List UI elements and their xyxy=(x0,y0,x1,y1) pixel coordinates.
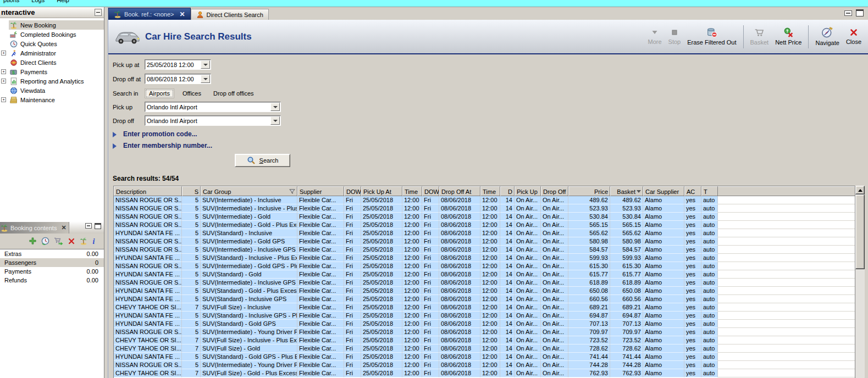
tab-book-ref-none[interactable]: Book. ref.: <none>✕ xyxy=(108,8,191,20)
minimize-button[interactable] xyxy=(844,10,852,16)
column-header-price[interactable]: Price xyxy=(568,186,610,196)
expand-toggle[interactable]: + xyxy=(1,69,6,74)
sidebar-item-new-booking[interactable]: New Booking xyxy=(0,20,104,30)
basket-transfer-icon[interactable] xyxy=(54,237,63,245)
scroll-up-button[interactable] xyxy=(855,186,865,194)
menu-item[interactable]: Logs xyxy=(31,0,45,3)
table-row[interactable]: NISSAN ROGUE OR S...5SUV(Intermediate) -… xyxy=(114,279,855,287)
search-in-offices[interactable]: Offices xyxy=(179,89,205,98)
column-header-dow[interactable]: DOW xyxy=(344,186,361,196)
table-row[interactable]: HYUNDAI SANTA FE ...5SUV(Standard) - Gol… xyxy=(114,320,855,328)
membership-number-expander[interactable]: Enter membership number... xyxy=(113,142,212,149)
table-row[interactable]: CHEVY TAHOE OR SI...7SUV(Full Size) - In… xyxy=(114,303,855,312)
sidebar-item-completed-bookings[interactable]: Completed Bookings xyxy=(0,30,104,39)
table-row[interactable]: NISSAN ROGUE OR S...5SUV(Intermediate) -… xyxy=(114,196,855,204)
chevron-down-icon[interactable] xyxy=(270,103,280,111)
chevron-down-icon[interactable] xyxy=(201,60,210,69)
table-row[interactable]: CHEVY TAHOE OR SI...7SUV(Full Size) - In… xyxy=(114,336,855,344)
scrollbar-track[interactable] xyxy=(855,269,865,378)
close-button[interactable]: Close xyxy=(846,28,861,45)
table-row[interactable]: NISSAN ROGUE OR S...5SUV(Intermediate) -… xyxy=(114,213,855,221)
table-row[interactable]: NISSAN ROGUE OR S...5SUV(Intermediate) -… xyxy=(114,221,855,229)
table-row[interactable]: NISSAN ROGUE OR S...5SUV(Intermediate) -… xyxy=(114,262,855,270)
table-row[interactable]: HYUNDAI SANTA FE ...5SUV(Standard) - Gol… xyxy=(114,270,855,279)
search-in-airports[interactable]: Airports xyxy=(145,88,174,98)
column-header-pick-up-at[interactable]: Pick Up At xyxy=(361,186,402,196)
nett-price-button[interactable]: Nett Price xyxy=(775,27,801,46)
column-header-ac[interactable]: AC xyxy=(684,186,701,196)
chevron-down-icon[interactable] xyxy=(201,75,210,83)
column-header-description[interactable]: Description xyxy=(114,186,182,196)
column-header-drop-off-at[interactable]: Drop Off At xyxy=(439,186,480,196)
booking-row-refunds[interactable]: Refunds0.00 xyxy=(0,276,104,285)
table-row[interactable]: NISSAN ROGUE OR S...5SUV(Intermediate) -… xyxy=(114,328,855,336)
vertical-scrollbar[interactable] xyxy=(855,186,865,378)
add-icon[interactable] xyxy=(29,237,37,245)
table-row[interactable]: NISSAN ROGUE OR S...5SUV(Intermediate) -… xyxy=(114,361,855,369)
expand-toggle[interactable]: + xyxy=(1,97,6,102)
sidebar-collapse-button[interactable] xyxy=(95,9,102,16)
table-row[interactable]: HYUNDAI SANTA FE ...5SUV(Standard) - Inc… xyxy=(114,295,855,303)
booking-row-extras[interactable]: Extras0.00 xyxy=(0,249,104,258)
menu-item[interactable]: Help xyxy=(57,0,69,3)
booking-contents-tab[interactable]: Booking contents ✕ xyxy=(0,222,69,234)
column-header-s[interactable]: S xyxy=(182,186,201,196)
table-row[interactable]: HYUNDAI SANTA FE ...5SUV(Standard) - Inc… xyxy=(114,254,855,262)
sidebar-item-quick-quotes[interactable]: Quick Quotes xyxy=(0,39,104,48)
column-header-car-supplier[interactable]: Car Supplier xyxy=(643,186,684,196)
pick-up-combobox[interactable]: Orlando Intl Airport xyxy=(145,102,281,112)
erase-filtered-out-button[interactable]: Erase Filtered Out xyxy=(687,27,736,46)
info-icon[interactable]: i xyxy=(92,237,97,245)
column-header-pick-up[interactable]: Pick Up xyxy=(515,186,541,196)
sidebar-item-direct-clients[interactable]: Direct Clients xyxy=(0,58,104,67)
column-header-supplier[interactable]: Supplier xyxy=(297,186,344,196)
sidebar-item-viewdata[interactable]: Viewdata xyxy=(0,86,104,95)
column-header-time[interactable]: Time xyxy=(480,186,500,196)
close-icon[interactable]: ✕ xyxy=(180,10,185,18)
search-button[interactable]: Search xyxy=(235,154,290,167)
expand-toggle[interactable]: + xyxy=(1,51,6,55)
table-row[interactable]: HYUNDAI SANTA FE ...5SUV(Standard) - Gol… xyxy=(114,353,855,361)
column-header-d[interactable]: D xyxy=(500,186,515,196)
table-row[interactable]: NISSAN ROGUE OR S...5SUV(Intermediate) -… xyxy=(114,246,855,254)
column-header-time[interactable]: Time xyxy=(402,186,422,196)
column-header-car-group[interactable]: Car Group xyxy=(201,186,297,196)
column-header-drop-off[interactable]: Drop Off xyxy=(541,186,568,196)
column-header-dow[interactable]: DOW xyxy=(422,186,439,196)
table-row[interactable]: CHEVY TAHOE OR SI...7SUV(Full Size) - Go… xyxy=(114,369,855,377)
booking-row-passengers[interactable]: Passengers0 xyxy=(0,258,104,267)
table-row[interactable]: NISSAN ROGUE OR S...5SUV(Intermediate) -… xyxy=(114,204,855,213)
table-row[interactable]: NISSAN ROGUE OR S...5SUV(Intermediate) -… xyxy=(114,237,855,246)
quick-quote-icon[interactable] xyxy=(41,237,49,245)
new-booking-icon[interactable] xyxy=(80,237,87,245)
menu-item[interactable]: ptions xyxy=(3,0,19,3)
sidebar-item-administrator[interactable]: +Administrator xyxy=(0,48,104,58)
table-row[interactable]: HYUNDAI SANTA FE ...5SUV(Standard) - Gol… xyxy=(114,287,855,295)
drop-off-combobox[interactable]: Orlando Intl Airport xyxy=(145,115,281,126)
table-row[interactable]: HYUNDAI SANTA FE ...5SUV(Standard) - Inc… xyxy=(114,229,855,237)
delete-icon[interactable] xyxy=(68,237,75,245)
sidebar-item-payments[interactable]: +$Payments xyxy=(0,67,104,76)
maximize-button[interactable] xyxy=(95,223,101,229)
promotion-code-expander[interactable]: Enter promotion code... xyxy=(113,130,197,138)
column-header-basket[interactable]: Basket xyxy=(610,186,643,196)
minimize-button[interactable] xyxy=(85,223,92,229)
scrollbar-thumb[interactable] xyxy=(855,194,865,269)
tab-direct-clients-search[interactable]: Direct Clients Search xyxy=(191,9,269,20)
close-icon[interactable]: ✕ xyxy=(61,224,66,231)
booking-row-payments[interactable]: Payments0.00 xyxy=(0,267,104,276)
navigate-button[interactable]: Navigate xyxy=(815,27,839,46)
search-in-drop-off-offices[interactable]: Drop off offices xyxy=(209,89,258,98)
column-header-t[interactable]: T xyxy=(701,186,718,196)
table-row[interactable]: CHEVY TAHOE OR SI...7SUV(Full Size) - Go… xyxy=(114,344,855,353)
cell-t: auto xyxy=(701,279,718,287)
restore-button[interactable] xyxy=(856,9,864,16)
table-row[interactable]: HYUNDAI SANTA FE ...5SUV(Standard) - Inc… xyxy=(114,312,855,320)
chevron-down-icon[interactable] xyxy=(270,116,280,125)
expand-toggle[interactable]: + xyxy=(1,79,6,84)
pick-up-at-combobox[interactable]: 25/05/2018 12:00 xyxy=(145,59,211,70)
sidebar-item-reporting-and-analytics[interactable]: +Reporting and Analytics xyxy=(0,76,104,86)
sidebar-item-maintenance[interactable]: +Maintenance xyxy=(0,95,104,104)
drop-off-at-combobox[interactable]: 08/06/2018 12:00 xyxy=(145,74,211,84)
filter-icon[interactable] xyxy=(289,188,295,194)
